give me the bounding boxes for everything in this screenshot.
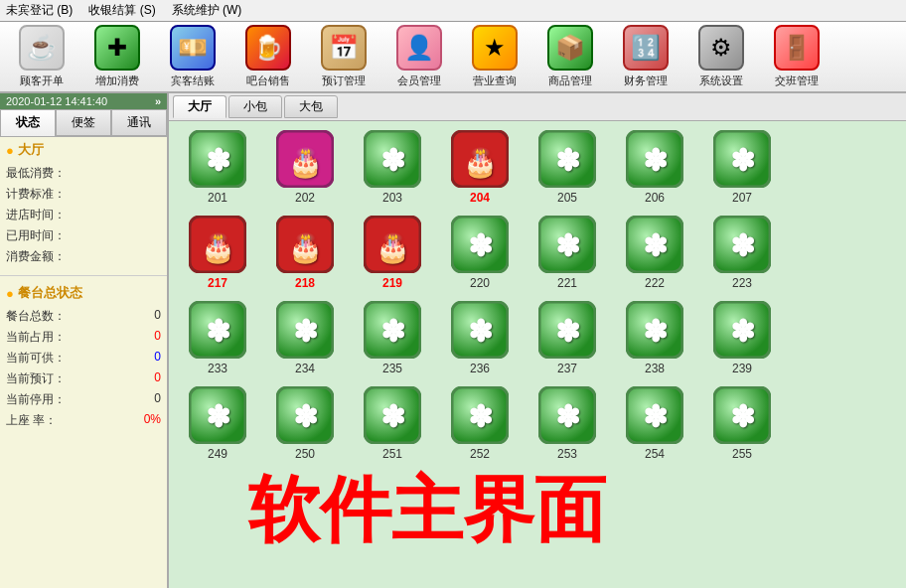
table-icon-249: ✽ (188, 385, 247, 445)
toolbar-btn-7[interactable]: 📦商品管理 (536, 25, 604, 88)
toolbar-label-2: 宾客结账 (171, 74, 215, 88)
svg-text:✽: ✽ (293, 315, 318, 348)
toolbar-btn-4[interactable]: 📅预订管理 (310, 25, 378, 88)
tab-notes[interactable]: 便签 (56, 109, 111, 136)
table-cell-204[interactable]: 🎂 204 (441, 129, 519, 205)
toolbar-icon-2: 💴 (170, 25, 216, 71)
svg-text:✽: ✽ (555, 229, 580, 262)
toolbar-label-1: 增加消费 (95, 74, 139, 88)
menu-checkin[interactable]: 未宾登记 (B) (6, 2, 73, 19)
svg-text:✽: ✽ (380, 144, 405, 177)
table-cell-206[interactable]: ✽ 206 (616, 129, 693, 205)
toolbar-label-4: 预订管理 (322, 74, 366, 88)
svg-text:✽: ✽ (555, 315, 580, 348)
toolbar-btn-0[interactable]: ☕顾客开单 (8, 25, 76, 88)
toolbar-btn-8[interactable]: 🔢财务管理 (612, 25, 680, 88)
table-cell-250[interactable]: ✽ 250 (266, 385, 344, 461)
table-cell-220[interactable]: ✽ 220 (441, 215, 519, 290)
watermark-text: 软件主界面 (248, 463, 606, 558)
toolbar-btn-9[interactable]: ⚙系统设置 (687, 25, 755, 88)
table-cell-254[interactable]: ✽ 254 (616, 385, 693, 461)
table-label-219: 219 (382, 276, 402, 290)
table-cell-252[interactable]: ✽ 252 (441, 385, 519, 461)
table-cell-237[interactable]: ✽ 237 (528, 300, 606, 375)
table-cell-221[interactable]: ✽ 221 (528, 215, 606, 290)
table-cell-219[interactable]: 🎂 219 (354, 215, 431, 290)
table-cell-235[interactable]: ✽ 235 (354, 300, 431, 375)
used-time-row: 已用时间： (6, 225, 161, 246)
tab-small-room[interactable]: 小包 (228, 95, 282, 118)
charge-standard-label: 计费标准： (6, 186, 66, 203)
table-cell-253[interactable]: ✽ 253 (528, 385, 606, 461)
toolbar-btn-1[interactable]: ✚增加消费 (83, 25, 151, 88)
table-cell-255[interactable]: ✽ 255 (703, 385, 781, 461)
table-label-221: 221 (557, 276, 577, 290)
table-cell-249[interactable]: ✽ 249 (179, 385, 256, 461)
toolbar-btn-3[interactable]: 🍺吧台销售 (234, 25, 302, 88)
occupancy-rate-value: 0% (144, 412, 161, 429)
table-cell-202[interactable]: 🎂 202 (266, 129, 344, 205)
min-consume-label: 最低消费： (6, 165, 66, 182)
tab-status[interactable]: 状态 (0, 109, 56, 136)
toolbar-btn-5[interactable]: 👤会员管理 (385, 25, 453, 88)
table-icon-223: ✽ (712, 215, 772, 274)
menu-checkout[interactable]: 收银结算 (S) (88, 2, 155, 19)
table-label-204: 204 (470, 191, 490, 205)
main-area: 2020-01-12 14:41:40 » 状态 便签 通讯 大厅 最低消费： … (0, 93, 906, 588)
table-label-234: 234 (295, 362, 315, 375)
table-cell-207[interactable]: ✽ 207 (703, 129, 781, 205)
consume-amount-label: 消费金额： (6, 248, 66, 265)
toolbar-icon-9: ⚙ (698, 25, 744, 71)
table-cell-223[interactable]: ✽ 223 (703, 215, 781, 290)
table-label-203: 203 (382, 191, 402, 205)
table-label-207: 207 (732, 191, 752, 205)
table-cell-251[interactable]: ✽ 251 (354, 385, 431, 461)
date-bar: 2020-01-12 14:41:40 » (0, 93, 167, 109)
menu-system[interactable]: 系统维护 (W) (172, 2, 242, 19)
table-cell-239[interactable]: ✽ 239 (703, 300, 781, 375)
tab-comms[interactable]: 通讯 (111, 109, 167, 136)
collapse-arrow[interactable]: » (155, 95, 161, 107)
table-label-217: 217 (208, 276, 227, 290)
divider1 (0, 275, 167, 276)
table-cell-234[interactable]: ✽ 234 (266, 300, 344, 375)
table-icon-205: ✽ (537, 129, 597, 189)
available-row: 当前可供： 0 (6, 348, 161, 368)
table-icon-220: ✽ (450, 215, 510, 274)
toolbar-btn-10[interactable]: 🚪交班管理 (763, 25, 830, 88)
table-label-255: 255 (732, 447, 752, 461)
toolbar-label-0: 顾客开单 (20, 74, 64, 88)
table-cell-217[interactable]: 🎂 217 (179, 215, 256, 290)
tab-hall[interactable]: 大厅 (173, 95, 226, 118)
total-tables-row: 餐台总数： 0 (6, 306, 161, 327)
date-text: 2020-01-12 14:41:40 (6, 95, 107, 107)
toolbar-icon-10: 🚪 (774, 25, 820, 71)
table-label-253: 253 (557, 447, 577, 461)
table-label-236: 236 (470, 362, 490, 375)
table-cell-233[interactable]: ✽ 233 (179, 300, 256, 375)
content-area: 大厅 小包 大包 软件主界面 ✽ 201 🎂 202 (169, 93, 906, 588)
table-icon-234: ✽ (275, 300, 335, 360)
table-cell-218[interactable]: 🎂 218 (266, 215, 344, 290)
table-icon-250: ✽ (275, 385, 335, 445)
table-icon-204: 🎂 (450, 129, 510, 189)
reserved-label: 当前预订： (6, 370, 66, 387)
table-cell-236[interactable]: ✽ 236 (441, 300, 519, 375)
reserved-row: 当前预订： 0 (6, 368, 161, 389)
table-icon-254: ✽ (625, 385, 684, 445)
table-cell-203[interactable]: ✽ 203 (354, 129, 431, 205)
table-label-223: 223 (732, 276, 752, 290)
tab-large-room[interactable]: 大包 (284, 95, 338, 118)
table-cell-222[interactable]: ✽ 222 (616, 215, 693, 290)
table-cell-201[interactable]: ✽ 201 (179, 129, 256, 205)
toolbar-btn-2[interactable]: 💴宾客结账 (159, 25, 226, 88)
toolbar-btn-6[interactable]: ★营业查询 (461, 25, 528, 88)
svg-text:✽: ✽ (555, 144, 580, 177)
svg-text:✽: ✽ (468, 400, 493, 433)
table-cell-205[interactable]: ✽ 205 (528, 129, 606, 205)
table-icon-255: ✽ (712, 385, 772, 445)
reserved-value: 0 (154, 370, 161, 387)
table-label-233: 233 (208, 362, 227, 375)
table-cell-238[interactable]: ✽ 238 (616, 300, 693, 375)
table-label-239: 239 (732, 362, 752, 375)
